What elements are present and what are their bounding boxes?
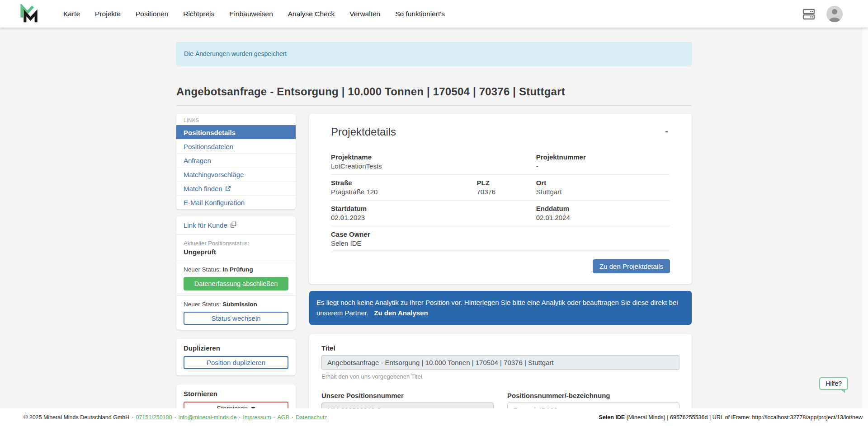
copy-icon [230, 221, 236, 229]
project-fields: Projektname LotCreationTests Projektnumm… [331, 149, 670, 252]
new-status-value: Submission [222, 301, 257, 308]
titel-help-text: Erhält den von uns vorgegebenen Titel. [321, 373, 679, 380]
go-to-analyses-link[interactable]: Zu den Analysen [374, 309, 428, 317]
new-status-prefix: Neuer Status: [184, 266, 221, 273]
sidebar-item-email-konfiguration[interactable]: E-Mail Konfiguration [176, 195, 296, 209]
titel-label: Titel [321, 344, 679, 352]
position-number-label: Unsere Positionsnummer [321, 392, 494, 399]
footer-phone-link[interactable]: 07151/250100 [136, 414, 172, 421]
analytics-banner-message: Es liegt noch keine Analytik zu Ihrer Po… [316, 299, 678, 317]
nav-item-einbauweisen[interactable]: Einbauweisen [229, 10, 273, 18]
sidebar-item-label: Positionsdateien [184, 140, 233, 154]
nav-item-analyse-check[interactable]: Analyse Check [288, 10, 335, 18]
plz-value: 70376 [477, 188, 536, 196]
nav-item-projekte[interactable]: Projekte [95, 10, 121, 18]
page-title: Angebotsanfrage - Entsorgung | 10.000 To… [176, 85, 692, 98]
sidebar-item-match-finden[interactable]: Match finden [176, 181, 296, 195]
startdatum-value: 02.01.2023 [331, 214, 477, 221]
projektname-label: Projektname [331, 153, 477, 161]
enddatum-label: Enddatum [536, 205, 670, 212]
case-owner-label: Case Owner [331, 230, 477, 238]
external-link-icon [225, 186, 231, 192]
content-column: Projektdetails - Projektname LotCreation… [309, 114, 692, 426]
go-to-project-details-button[interactable]: Zu den Projektdetails [593, 259, 670, 273]
titel-field: Titel Erhält den von uns vorgegebenen Ti… [321, 344, 679, 380]
complete-data-entry-button[interactable]: Datenerfassung abschließen [184, 277, 288, 290]
mineral-minds-logo[interactable] [20, 4, 38, 24]
main-nav: Karte Projekte Positionen Richtpreis Ein… [63, 10, 445, 18]
save-success-alert: Die Änderungen wurden gespeichert [176, 42, 692, 66]
main-content: Die Änderungen wurden gespeichert Angebo… [0, 28, 868, 426]
duplicate-card: Duplizieren Position duplizieren [176, 339, 296, 375]
duplicate-card-title: Duplizieren [184, 344, 288, 352]
footer-user-name: Selen IDE [599, 414, 625, 421]
server-icon[interactable] [802, 8, 816, 20]
footer-email-link[interactable]: info@mineral-minds.de [179, 414, 237, 421]
new-status-line-1: Neuer Status: In Prüfung [184, 266, 288, 273]
case-owner-value: Selen IDE [331, 239, 477, 247]
nav-item-so-funktionierts[interactable]: So funktioniert's [395, 10, 445, 18]
new-status-value: In Prüfung [222, 266, 253, 273]
ort-label: Ort [536, 179, 670, 187]
field-row: Startdatum 02.01.2023 Enddatum 02.01.202… [331, 201, 670, 226]
footer-separator: · [273, 414, 275, 421]
avatar-body-icon [829, 18, 840, 22]
footer-session-details: (Mineral Minds) | 69576255536d | URL of … [625, 414, 863, 421]
cancel-card-title: Stornieren [184, 390, 288, 398]
strasse-label: Straße [331, 179, 477, 187]
enddatum-value: 02.01.2024 [536, 214, 670, 221]
new-status-line-2: Neuer Status: Submission [184, 301, 288, 308]
field-row: Straße Pragstraße 120 PLZ 70376 Ort Stut… [331, 175, 670, 201]
nav-item-karte[interactable]: Karte [63, 10, 80, 18]
help-button[interactable]: Hilfe? [819, 377, 848, 390]
sidebar-item-label: Match finden [184, 182, 222, 196]
sidebar-item-positionsdateien[interactable]: Positionsdateien [176, 139, 296, 153]
collapse-card-button[interactable]: - [663, 126, 670, 136]
sidebar-item-label: E-Mail Konfiguration [184, 196, 245, 210]
links-card-header: LINKS [176, 114, 296, 125]
sidebar-item-label: Matchingvorschläge [184, 168, 244, 182]
customer-link[interactable]: Link für Kunde [184, 221, 236, 229]
sidebar-item-anfragen[interactable]: Anfragen [176, 153, 296, 167]
project-details-title: Projektdetails [331, 126, 396, 138]
sidebar-item-label: Positionsdetails [184, 126, 236, 140]
page-scrollbar[interactable] [862, 28, 868, 408]
footer-separator: · [239, 414, 241, 421]
footer-agb-link[interactable]: AGB [278, 414, 289, 421]
duplicate-position-button[interactable]: Position duplizieren [184, 356, 288, 369]
field-row: Case Owner Selen IDE [331, 226, 670, 252]
nav-item-richtpreis[interactable]: Richtpreis [183, 10, 214, 18]
plz-label: PLZ [477, 179, 536, 187]
alert-message: Die Änderungen wurden gespeichert [184, 50, 287, 57]
new-status-prefix: Neuer Status: [184, 301, 221, 308]
avatar-head-icon [832, 9, 837, 14]
page-footer: © 2025 Mineral Minds Deutschland GmbH · … [0, 408, 868, 426]
footer-separator: · [174, 414, 176, 421]
user-avatar[interactable] [826, 6, 843, 22]
current-status-label: Aktueller Positionsstatus: [184, 240, 288, 247]
copyright-text: © 2025 Mineral Minds Deutschland GmbH [24, 414, 129, 421]
sidebar-item-label: Anfragen [184, 154, 211, 168]
top-navbar: Karte Projekte Positionen Richtpreis Ein… [0, 0, 868, 28]
strasse-value: Pragstraße 120 [331, 188, 477, 196]
title-divider [176, 105, 692, 106]
sidebar-item-positionsdetails[interactable]: Positionsdetails [176, 125, 296, 139]
footer-impressum-link[interactable]: Impressum [243, 414, 271, 421]
custom-number-label: Positionsnummer/-bezeichnung [507, 392, 679, 399]
switch-status-button[interactable]: Status wechseln [184, 312, 288, 325]
startdatum-label: Startdatum [331, 205, 477, 212]
projektname-value: LotCreationTests [331, 162, 477, 170]
left-sidebar: LINKS Positionsdetails Positionsdateien … [176, 114, 296, 426]
project-details-card: Projektdetails - Projektname LotCreation… [309, 114, 692, 284]
field-row: Projektname LotCreationTests Projektnumm… [331, 149, 670, 175]
navbar-right [802, 6, 843, 22]
projektnummer-value: - [536, 162, 670, 170]
sidebar-item-matchingvorschlaege[interactable]: Matchingvorschläge [176, 167, 296, 181]
footer-separator: · [132, 414, 133, 421]
analytics-info-banner: Es liegt noch keine Analytik zu Ihrer Po… [309, 291, 692, 325]
links-card: LINKS Positionsdetails Positionsdateien … [176, 114, 296, 209]
nav-item-verwalten[interactable]: Verwalten [349, 10, 380, 18]
footer-datenschutz-link[interactable]: Datenschutz [296, 414, 327, 421]
nav-item-positionen[interactable]: Positionen [136, 10, 168, 18]
footer-session-info: Selen IDE (Mineral Minds) | 69576255536d… [599, 414, 863, 421]
